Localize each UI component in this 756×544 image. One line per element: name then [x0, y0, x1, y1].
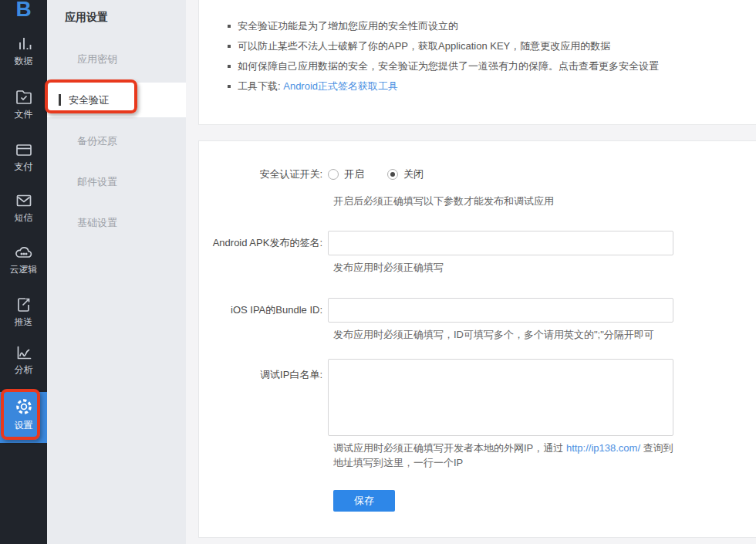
brand-logo[interactable]: B: [0, 0, 47, 22]
radio-label: 关闭: [403, 167, 424, 181]
gear-icon: [0, 397, 47, 417]
security-switch-row: 安全认证开关: 开启 关闭: [199, 167, 756, 181]
analytics-icon: [0, 344, 47, 361]
menu-item-label: 备份还原: [77, 135, 117, 147]
ip-whitelist-note: 调试应用时必须正确填写开发者本地的外网IP，通过 http://ip138.co…: [333, 441, 679, 470]
info-bullet: 安全验证功能是为了增加您应用的安全性而设立的: [238, 16, 741, 36]
ip-note-prefix: 调试应用时必须正确填写开发者本地的外网IP，通过: [333, 442, 566, 454]
ios-bundle-row: iOS IPA的Bundle ID:: [199, 298, 756, 323]
sidebar-item-files[interactable]: 文件: [0, 88, 47, 121]
info-bullet-text: 可以防止某些不法人士破解了你的APP，获取Application KEY，随意更…: [238, 40, 610, 52]
app-window: B 数据 文件 支付: [0, 0, 756, 544]
primary-sidebar: B 数据 文件 支付: [0, 0, 47, 544]
android-signature-note: 发布应用时必须正确填写: [333, 260, 756, 275]
ip-whitelist-label: 调试IP白名单:: [199, 359, 328, 436]
info-bullet-text: 如何保障自己应用数据的安全，安全验证为您提供了一道强有力的保障。点击查看更多安全…: [238, 60, 659, 72]
sidebar-item-label: 数据: [15, 56, 33, 66]
security-switch-radios: 开启 关闭: [328, 167, 424, 181]
security-switch-note: 开启后必须正确填写以下参数才能发布和调试应用: [333, 194, 756, 208]
ios-bundle-input[interactable]: [328, 298, 673, 323]
android-signature-label: Android APK发布的签名:: [199, 236, 328, 250]
ip-whitelist-row: 调试IP白名单:: [199, 359, 756, 436]
ios-bundle-label: iOS IPA的Bundle ID:: [199, 303, 328, 317]
envelope-icon: [0, 192, 47, 209]
bank-card-icon: [0, 141, 47, 158]
sidebar-item-push[interactable]: 推送: [0, 296, 47, 329]
info-bullet-text: 安全验证功能是为了增加您应用的安全性而设立的: [238, 20, 458, 32]
sidebar-item-analytics[interactable]: 分析: [0, 344, 47, 377]
sidebar-item-label: 云逻辑: [10, 264, 38, 275]
folder-check-icon: [0, 88, 47, 106]
menu-item-app-keys[interactable]: 应用密钥: [77, 52, 117, 66]
android-signature-tool-link[interactable]: Android正式签名获取工具: [283, 80, 398, 92]
security-form-panel: 安全认证开关: 开启 关闭 开启后必须正确填写以下参数才能发布和调试应用 And…: [198, 140, 756, 538]
bar-chart-icon: [0, 35, 47, 52]
sidebar-item-settings[interactable]: 设置: [0, 392, 47, 443]
sidebar-item-label: 设置: [15, 420, 33, 431]
info-bullet: 可以防止某些不法人士破解了你的APP，获取Application KEY，随意更…: [238, 36, 741, 56]
ip138-link[interactable]: http://ip138.com/: [566, 442, 640, 454]
menu-item-basic-settings[interactable]: 基础设置: [77, 216, 117, 230]
menu-item-backup-restore[interactable]: 备份还原: [77, 134, 117, 148]
radio-circle-checked-icon: [387, 169, 398, 180]
radio-option-off[interactable]: 关闭: [387, 167, 424, 181]
sidebar-item-cloud-logic[interactable]: 云逻辑: [0, 244, 47, 276]
push-icon: [0, 296, 47, 313]
info-bullet-text: 工具下载:: [238, 80, 283, 92]
radio-label: 开启: [344, 167, 364, 181]
sidebar-item-data[interactable]: 数据: [0, 35, 47, 68]
radio-circle-icon: [328, 169, 339, 180]
sidebar-item-label: 分析: [15, 364, 33, 375]
info-panel: 安全验证功能是为了增加您应用的安全性而设立的 可以防止某些不法人士破解了你的AP…: [198, 0, 756, 125]
menu-item-label: 邮件设置: [77, 176, 117, 188]
android-signature-row: Android APK发布的签名:: [199, 231, 756, 255]
save-button[interactable]: 保存: [333, 490, 395, 512]
menu-item-label: 安全验证: [69, 93, 109, 107]
menu-item-email-settings[interactable]: 邮件设置: [77, 175, 117, 189]
sidebar-item-label: 推送: [15, 316, 33, 327]
menu-item-security-verification[interactable]: 安全验证: [47, 83, 186, 117]
sidebar-item-payment[interactable]: 支付: [0, 141, 47, 174]
secondary-sidebar-title: 应用设置: [65, 11, 108, 25]
sidebar-item-sms[interactable]: 短信: [0, 192, 47, 225]
menu-item-label: 基础设置: [77, 217, 117, 228]
cloud-icon: [0, 244, 47, 261]
info-bullet: 工具下载: Android正式签名获取工具: [238, 76, 741, 96]
sidebar-item-label: 短信: [15, 212, 33, 223]
active-indicator-bar: [59, 94, 61, 106]
android-signature-input[interactable]: [328, 231, 673, 255]
sidebar-item-label: 文件: [15, 109, 33, 120]
radio-option-on[interactable]: 开启: [328, 167, 364, 181]
main-content: 安全验证功能是为了增加您应用的安全性而设立的 可以防止某些不法人士破解了你的AP…: [186, 0, 756, 544]
ios-bundle-note: 发布应用时必须正确填写，ID可填写多个，多个请用英文的";"分隔开即可: [333, 327, 756, 342]
ip-whitelist-textarea[interactable]: [328, 359, 673, 436]
info-bullet: 如何保障自己应用数据的安全，安全验证为您提供了一道强有力的保障。点击查看更多安全…: [238, 56, 741, 76]
security-switch-label: 安全认证开关:: [199, 167, 328, 181]
sidebar-item-label: 支付: [15, 161, 33, 172]
info-bullet-list: 安全验证功能是为了增加您应用的安全性而设立的 可以防止某些不法人士破解了你的AP…: [238, 16, 741, 96]
secondary-sidebar: 应用设置 应用密钥 安全验证 备份还原 邮件设置 基础设置: [47, 0, 186, 544]
menu-item-label: 应用密钥: [77, 53, 117, 65]
